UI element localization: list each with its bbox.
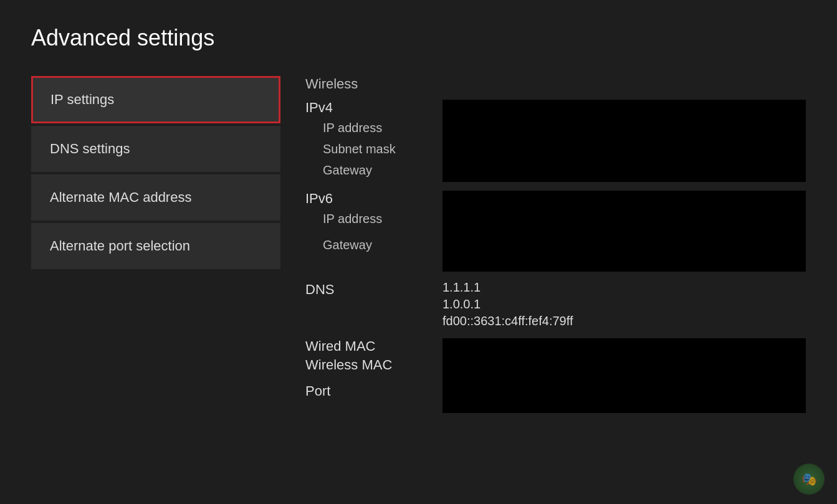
- sidebar-item-alternate-port[interactable]: Alternate port selection: [31, 223, 280, 269]
- ipv6-group: IPv6 IP address Gateway: [305, 191, 806, 272]
- dns-value-3: fd00::3631:c4ff:fef4:79ff: [442, 314, 573, 328]
- dns-label: DNS: [305, 280, 442, 298]
- port-label: Port: [305, 383, 442, 399]
- mac-port-value-box: [442, 338, 806, 413]
- page-title: Advanced settings: [31, 25, 806, 51]
- ipv6-value-box: [442, 191, 806, 272]
- ipv4-group: IPv4 IP address Subnet mask Gateway: [305, 100, 806, 182]
- ipv4-gateway-label: Gateway: [305, 161, 442, 179]
- mac-port-labels: Wired MAC Wireless MAC Port: [305, 338, 442, 413]
- dns-section: DNS 1.1.1.1 1.0.0.1 fd00::3631:c4ff:fef4…: [305, 280, 806, 328]
- page-container: Advanced settings IP settings DNS settin…: [0, 0, 837, 504]
- ipv4-labels: IPv4 IP address Subnet mask Gateway: [305, 100, 442, 182]
- watermark: 🎭: [793, 464, 825, 495]
- ipv6-header: IPv6: [305, 191, 442, 207]
- dns-value-1: 1.1.1.1: [442, 280, 573, 295]
- main-content: Wireless IPv4 IP address Subnet mask Gat…: [280, 76, 806, 479]
- ipv6-ip-address-label: IP address: [305, 209, 442, 228]
- ipv4-ip-address-label: IP address: [305, 118, 442, 137]
- dns-values: 1.1.1.1 1.0.0.1 fd00::3631:c4ff:fef4:79f…: [442, 280, 573, 328]
- dns-value-2: 1.0.0.1: [442, 297, 573, 311]
- sidebar: IP settings DNS settings Alternate MAC a…: [31, 76, 280, 479]
- content-area: IP settings DNS settings Alternate MAC a…: [31, 76, 806, 479]
- watermark-icon: 🎭: [793, 464, 825, 495]
- sidebar-item-dns-settings[interactable]: DNS settings: [31, 126, 280, 172]
- mac-port-group: Wired MAC Wireless MAC Port: [305, 338, 806, 413]
- wireless-mac-label: Wireless MAC: [305, 357, 442, 373]
- wired-mac-label: Wired MAC: [305, 338, 442, 354]
- ipv6-labels: IPv6 IP address Gateway: [305, 191, 442, 272]
- sidebar-item-ip-settings[interactable]: IP settings: [31, 76, 280, 123]
- ipv4-subnet-mask-label: Subnet mask: [305, 140, 442, 158]
- wireless-label: Wireless: [305, 76, 806, 92]
- ipv6-gateway-label: Gateway: [305, 235, 442, 254]
- ipv4-header: IPv4: [305, 100, 442, 116]
- ipv4-value-box: [442, 100, 806, 182]
- sidebar-item-alternate-mac[interactable]: Alternate MAC address: [31, 174, 280, 221]
